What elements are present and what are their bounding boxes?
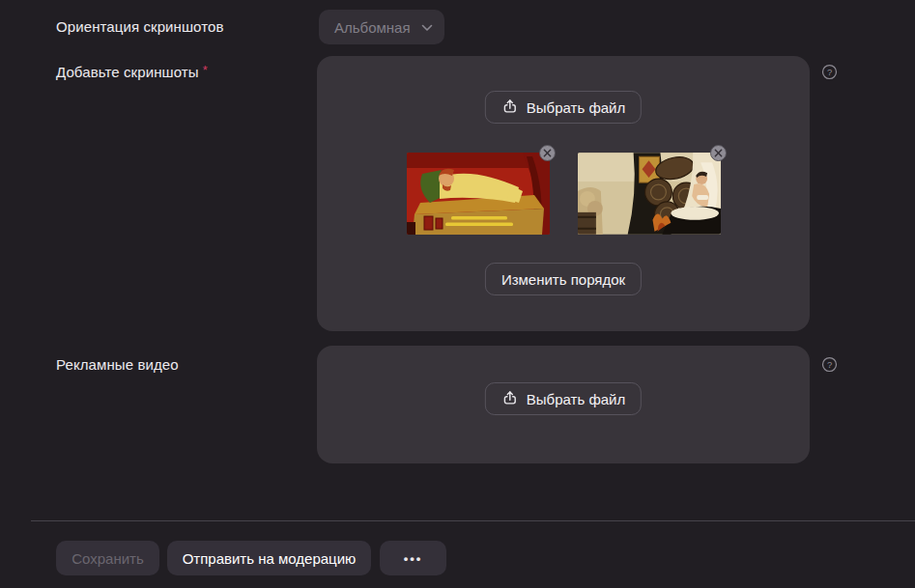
required-mark: *: [203, 63, 208, 77]
screenshot-thumbnail-1[interactable]: [407, 153, 550, 235]
footer-divider: [31, 520, 915, 521]
screenshots-label: Добавьте скриншоты*: [56, 64, 208, 80]
orientation-select[interactable]: Альбомная: [319, 10, 444, 44]
screenshot-1-image: [407, 153, 550, 235]
ellipsis-icon: •••: [404, 551, 423, 566]
remove-screenshot-2-button[interactable]: [710, 145, 727, 161]
choose-file-label: Выбрать файл: [527, 99, 625, 116]
close-icon: [714, 149, 723, 157]
screenshots-label-text: Добавьте скриншоты: [56, 64, 199, 80]
screenshot-thumbnail-2[interactable]: [578, 153, 721, 235]
screenshots-help-button[interactable]: ?: [820, 63, 838, 80]
question-mark-icon: ?: [821, 64, 838, 80]
reorder-screenshots-button[interactable]: Изменить порядок: [485, 263, 642, 295]
screenshot-2-image: [578, 153, 721, 235]
close-icon: [543, 149, 552, 157]
screenshot-thumbnails-row: [317, 153, 810, 235]
orientation-label-text: Ориентация скриншотов: [56, 18, 224, 35]
upload-icon: [501, 389, 519, 409]
remove-screenshot-1-button[interactable]: [539, 145, 556, 161]
save-button[interactable]: Сохранить: [56, 541, 159, 575]
app-publish-form: Ориентация скриншотов Альбомная Добавьте…: [0, 0, 915, 588]
question-mark-icon: ?: [821, 356, 838, 373]
screenshots-choose-file-button[interactable]: Выбрать файл: [485, 91, 642, 124]
upload-icon: [501, 98, 519, 118]
videos-help-button[interactable]: ?: [820, 355, 838, 373]
chevron-down-icon: [421, 18, 433, 36]
videos-choose-file-button[interactable]: Выбрать файл: [485, 382, 642, 415]
screenshots-upload-panel: Выбрать файл: [317, 56, 810, 331]
videos-label-text: Рекламные видео: [56, 356, 179, 373]
choose-file-label: Выбрать файл: [527, 391, 625, 407]
orientation-select-value: Альбомная: [334, 19, 411, 36]
more-actions-button[interactable]: •••: [380, 541, 446, 575]
svg-text:?: ?: [826, 66, 831, 76]
submit-for-moderation-button[interactable]: Отправить на модерацию: [167, 541, 371, 575]
orientation-label: Ориентация скриншотов: [56, 18, 224, 35]
reorder-label: Изменить порядок: [501, 271, 625, 288]
videos-label: Рекламные видео: [56, 356, 179, 373]
svg-text:?: ?: [826, 358, 831, 369]
videos-upload-panel: Выбрать файл: [317, 346, 810, 463]
